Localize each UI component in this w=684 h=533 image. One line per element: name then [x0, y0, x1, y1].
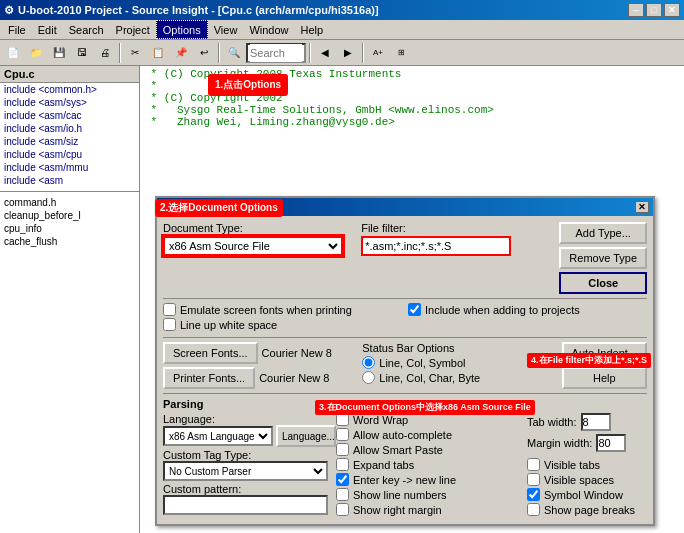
- custom-tag-select[interactable]: No Custom Parser: [163, 461, 328, 481]
- close-button[interactable]: Close: [559, 272, 647, 294]
- expand-tabs-checkbox[interactable]: [336, 458, 349, 471]
- menu-file[interactable]: File: [2, 20, 32, 39]
- lineup-whitespace-label: Line up white space: [180, 319, 277, 331]
- list-item[interactable]: include <asm/io.h: [0, 122, 139, 135]
- include-adding-label: Include when adding to projects: [425, 304, 580, 316]
- status-bar-label: Status Bar Options: [362, 342, 555, 354]
- show-line-numbers-label: Show line numbers: [353, 489, 447, 501]
- tb-paste[interactable]: 📌: [170, 42, 192, 64]
- tb-back[interactable]: ◀: [314, 42, 336, 64]
- tb-extra2[interactable]: ⊞: [390, 42, 412, 64]
- editing-checkboxes-left: Word Wrap Allow auto-complete Allow Smar…: [336, 413, 519, 518]
- tab-width-input[interactable]: [581, 413, 611, 431]
- show-right-margin-label: Show right margin: [353, 504, 442, 516]
- radio-lccb[interactable]: [362, 371, 375, 384]
- show-line-numbers-checkbox[interactable]: [336, 488, 349, 501]
- menu-edit[interactable]: Edit: [32, 20, 63, 39]
- tb-forward[interactable]: ▶: [337, 42, 359, 64]
- close-button[interactable]: ✕: [664, 3, 680, 17]
- visible-tabs-checkbox[interactable]: [527, 458, 540, 471]
- lineup-whitespace-checkbox[interactable]: [163, 318, 176, 331]
- tb-extra1[interactable]: A+: [367, 42, 389, 64]
- help-button[interactable]: Help: [562, 367, 647, 389]
- show-right-margin-row: Show right margin: [336, 503, 519, 516]
- show-page-breaks-label: Show page breaks: [544, 504, 635, 516]
- list-item[interactable]: command.h: [0, 196, 139, 209]
- dialog-title-bar: Document Options ✕: [157, 198, 653, 216]
- editing-options-section: Editing Options Word Wrap Allow auto-com…: [336, 398, 647, 518]
- tb-copy[interactable]: 📋: [147, 42, 169, 64]
- list-item[interactable]: cache_flush: [0, 235, 139, 248]
- remove-type-button[interactable]: Remove Type: [559, 247, 647, 269]
- menu-window[interactable]: Window: [243, 20, 294, 39]
- emulate-fonts-checkbox[interactable]: [163, 303, 176, 316]
- tb-undo[interactable]: ↩: [193, 42, 215, 64]
- screen-fonts-button[interactable]: Screen Fonts...: [163, 342, 258, 364]
- tb-print[interactable]: 🖨: [94, 42, 116, 64]
- doc-type-select[interactable]: x86 Asm Source File C Source File: [163, 236, 343, 256]
- tb-open[interactable]: 📁: [25, 42, 47, 64]
- menu-options[interactable]: Options: [156, 20, 208, 39]
- menu-search[interactable]: Search: [63, 20, 110, 39]
- language-select[interactable]: x86 Asm Language: [163, 426, 273, 446]
- auto-complete-label: Allow auto-complete: [353, 429, 452, 441]
- code-line: * Zhang Wei, Liming.zhang@vysg0.de>: [144, 116, 680, 128]
- search-input-container[interactable]: [246, 43, 306, 63]
- window-controls: ─ □ ✕: [628, 3, 680, 17]
- smart-paste-checkbox[interactable]: [336, 443, 349, 456]
- left-checkboxes: Emulate screen fonts when printing Line …: [163, 303, 402, 333]
- tb-save[interactable]: 💾: [48, 42, 70, 64]
- list-item[interactable]: cleanup_before_l: [0, 209, 139, 222]
- list-item[interactable]: include <asm: [0, 174, 139, 187]
- enter-key-checkbox[interactable]: [336, 473, 349, 486]
- main-area: Cpu.c include <common.h> include <asm/sy…: [0, 66, 684, 533]
- dialog-buttons-right: Add Type... Remove Type Close: [559, 222, 647, 294]
- minimize-button[interactable]: ─: [628, 3, 644, 17]
- word-wrap-label: Word Wrap: [353, 414, 408, 426]
- add-type-button[interactable]: Add Type...: [559, 222, 647, 244]
- document-options-dialog: Document Options ✕ Document Type: x86 As…: [155, 196, 655, 526]
- file-filter-input[interactable]: [361, 236, 511, 256]
- auto-complete-checkbox[interactable]: [336, 428, 349, 441]
- screen-fonts-col: Screen Fonts... Courier New 8 Printer Fo…: [163, 342, 356, 389]
- menu-help[interactable]: Help: [295, 20, 330, 39]
- menu-view[interactable]: View: [208, 20, 244, 39]
- list-item[interactable]: include <asm/cpu: [0, 148, 139, 161]
- file-filter-section: File filter:: [361, 222, 553, 256]
- menu-project[interactable]: Project: [110, 20, 156, 39]
- enter-key-row: Enter key -> new line: [336, 473, 519, 486]
- language-button[interactable]: Language...: [276, 425, 336, 447]
- printer-fonts-button[interactable]: Printer Fonts...: [163, 367, 255, 389]
- maximize-button[interactable]: □: [646, 3, 662, 17]
- expand-tabs-label: Expand tabs: [353, 459, 414, 471]
- tb-cut[interactable]: ✂: [124, 42, 146, 64]
- radio-lcs[interactable]: [362, 356, 375, 369]
- list-item[interactable]: include <common.h>: [0, 83, 139, 96]
- custom-pattern-row: Custom pattern:: [163, 483, 328, 515]
- editing-checkboxes-right: Tab width: Margin width: Visible tabs: [527, 413, 647, 518]
- list-item[interactable]: include <asm/cac: [0, 109, 139, 122]
- symbol-window-checkbox[interactable]: [527, 488, 540, 501]
- show-right-margin-checkbox[interactable]: [336, 503, 349, 516]
- bottom-section: Parsing Language: x86 Asm Language Langu…: [163, 398, 647, 518]
- doc-type-section: Document Type: x86 Asm Source File C Sou…: [163, 222, 355, 256]
- list-item[interactable]: include <asm/sys>: [0, 96, 139, 109]
- expand-tabs-row: Expand tabs: [336, 458, 519, 471]
- margin-width-input[interactable]: [596, 434, 626, 452]
- app-icon: ⚙: [4, 4, 14, 17]
- visible-spaces-checkbox[interactable]: [527, 473, 540, 486]
- tb-new[interactable]: 📄: [2, 42, 24, 64]
- dialog-close-x[interactable]: ✕: [635, 201, 649, 213]
- include-adding-checkbox[interactable]: [408, 303, 421, 316]
- list-item[interactable]: include <asm/mmu: [0, 161, 139, 174]
- code-line: * Sysgo Real-Time Solutions, GmbH <www.e…: [144, 104, 680, 116]
- tb-search[interactable]: 🔍: [223, 42, 245, 64]
- tb-save2[interactable]: 🖫: [71, 42, 93, 64]
- list-item[interactable]: include <asm/siz: [0, 135, 139, 148]
- show-page-breaks-checkbox[interactable]: [527, 503, 540, 516]
- radio-lccb-row: Line, Col, Char, Byte: [362, 371, 555, 384]
- custom-pattern-input[interactable]: [163, 495, 328, 515]
- list-item[interactable]: cpu_info: [0, 222, 139, 235]
- annotation-3: 3.在Document Options中选择x86 Asm Source Fil…: [315, 400, 535, 415]
- search-input[interactable]: [250, 44, 302, 62]
